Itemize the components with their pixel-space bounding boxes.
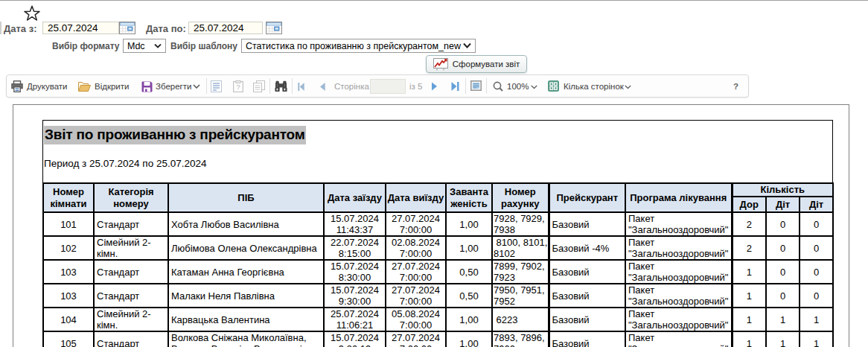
- svg-text:?: ?: [236, 83, 240, 91]
